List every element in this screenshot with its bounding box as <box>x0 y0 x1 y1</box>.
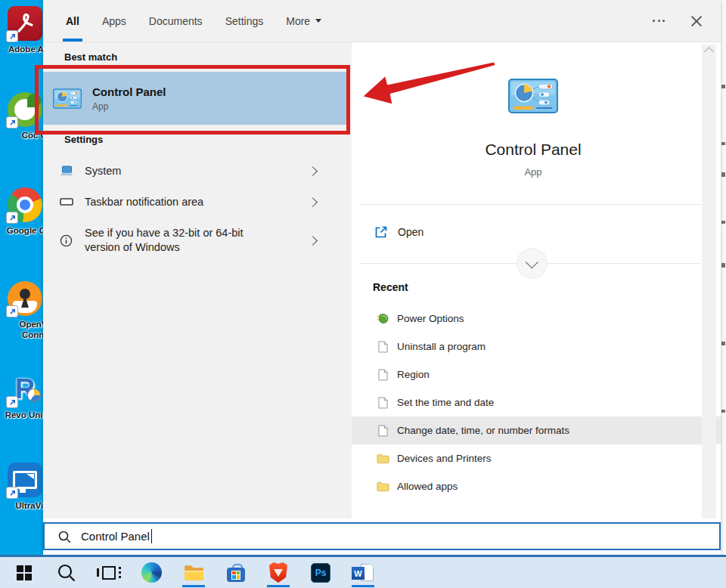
word-icon: W <box>352 562 374 583</box>
tab-more-label: More <box>286 15 310 27</box>
recent-item-label: Region <box>397 369 430 380</box>
open-label: Open <box>398 226 424 238</box>
text-cursor <box>151 529 153 543</box>
settings-result-label: See if you have a 32-bit or 64-bit versi… <box>85 226 280 255</box>
settings-result-label: System <box>85 164 121 178</box>
power-options-icon <box>376 312 389 326</box>
tab-apps[interactable]: Apps <box>101 0 128 42</box>
search-icon <box>57 530 71 543</box>
start-button[interactable] <box>3 557 45 588</box>
preview-title: Control Panel <box>352 141 715 159</box>
desktop-icon-label: UltraViewer <box>3 500 43 511</box>
chevron-right-icon <box>308 197 318 207</box>
taskbar-word-button[interactable]: W <box>342 557 384 588</box>
control-panel-icon-large <box>508 79 558 113</box>
scroll-up-icon[interactable] <box>704 47 714 57</box>
desktop-icon-label: Revo Uninstaller <box>3 410 43 420</box>
preview-panel: Control Panel App Open Recent <box>352 42 721 518</box>
chevron-right-icon <box>308 166 318 176</box>
settings-result-taskbar-notification-area[interactable]: Taskbar notification area <box>43 187 349 217</box>
shortcut-arrow-icon <box>6 396 18 408</box>
recent-item-label: Uninstall a program <box>397 341 486 352</box>
taskbar-search-button[interactable] <box>45 557 88 588</box>
desktop-icon-label: Adobe Acrobat <box>3 44 43 54</box>
scrollbar[interactable] <box>702 45 716 552</box>
taskbar-edge-button[interactable] <box>130 557 172 588</box>
desktop-right-edge <box>721 0 726 555</box>
search-icon <box>57 563 76 583</box>
recent-item-devices-and-printers[interactable]: Devices and Printers <box>352 444 721 472</box>
settings-result-label: Taskbar notification area <box>85 195 203 209</box>
page-icon <box>376 424 389 438</box>
recent-item-label: Devices and Printers <box>397 453 492 464</box>
page-icon <box>376 396 389 410</box>
open-action[interactable]: Open <box>352 215 701 249</box>
chevron-right-icon <box>308 236 318 246</box>
shortcut-arrow-icon <box>6 305 18 317</box>
page-icon <box>376 340 389 354</box>
recent-item-change-date-time-or-number-formats[interactable]: Change date, time, or number formats <box>352 416 721 444</box>
folder-icon <box>376 480 389 494</box>
tab-all[interactable]: All <box>64 0 81 42</box>
search-input[interactable]: Control Panel <box>43 522 721 550</box>
windows-logo-icon <box>16 565 33 581</box>
recent-item-power-options[interactable]: Power Options <box>352 305 721 333</box>
ellipsis-menu-icon[interactable] <box>653 20 665 22</box>
desktop-icon-openvpn-connect[interactable]: OpenVPN Connect <box>8 281 43 316</box>
search-tabbar: All Apps Documents Settings More <box>43 0 721 42</box>
desktop-icon-adobe-acrobat[interactable]: Adobe Acrobat <box>8 6 43 41</box>
settings-result-system[interactable]: System <box>43 156 349 186</box>
microsoft-store-icon <box>226 563 246 583</box>
desktop-icon-label: OpenVPN Connect <box>3 319 43 340</box>
taskbar: Ps W <box>0 555 726 588</box>
divider <box>359 204 701 205</box>
taskbar-store-button[interactable] <box>215 557 257 588</box>
photoshop-icon: Ps <box>311 563 330 583</box>
shortcut-arrow-icon <box>6 116 18 128</box>
shortcut-arrow-icon <box>6 212 18 224</box>
chevron-down-icon <box>525 255 538 268</box>
task-view-button[interactable] <box>88 557 130 588</box>
tab-settings[interactable]: Settings <box>224 0 265 42</box>
file-explorer-icon <box>184 564 204 581</box>
recent-item-label: Change date, time, or number formats <box>397 425 569 436</box>
edge-icon <box>141 562 162 583</box>
page-icon <box>376 368 389 382</box>
recent-heading: Recent <box>373 281 408 293</box>
recent-item-region[interactable]: Region <box>352 361 721 388</box>
close-icon[interactable] <box>690 15 703 27</box>
recent-list: Power Options Uninstall a program Region <box>352 305 721 500</box>
brave-icon <box>269 562 287 583</box>
desktop-icon-google-chrome[interactable]: Google Chrome <box>8 187 43 222</box>
taskbar-settings-icon <box>59 195 73 209</box>
recent-item-uninstall-a-program[interactable]: Uninstall a program <box>352 333 721 361</box>
taskbar-file-explorer-button[interactable] <box>172 557 215 588</box>
search-bar-area: Control Panel <box>43 518 721 555</box>
desktop-icon-ultraviewer[interactable]: UltraViewer <box>8 463 43 497</box>
system-icon <box>59 164 73 178</box>
search-query-text: Control Panel <box>81 530 150 543</box>
desktop-icon-label: Google Chrome <box>3 225 43 236</box>
recent-item-label: Set the time and date <box>397 397 494 408</box>
open-icon <box>374 225 388 239</box>
preview-subtitle: App <box>352 166 715 178</box>
recent-item-label: Power Options <box>397 313 464 324</box>
settings-heading: Settings <box>64 134 103 145</box>
folder-icon <box>376 452 389 466</box>
taskbar-brave-button[interactable] <box>257 557 299 588</box>
settings-result-32-or-64-bit[interactable]: See if you have a 32-bit or 64-bit versi… <box>43 218 349 263</box>
annotation-red-rectangle <box>35 65 350 135</box>
tab-documents[interactable]: Documents <box>147 0 204 42</box>
tab-more[interactable]: More <box>284 0 323 42</box>
task-view-icon <box>97 566 121 580</box>
screen: Adobe Acrobat Cốc Cốc Google Chrome Open… <box>0 0 726 588</box>
expand-button[interactable] <box>517 248 548 279</box>
taskbar-photoshop-button[interactable]: Ps <box>299 557 342 588</box>
shortcut-arrow-icon <box>6 30 18 42</box>
recent-item-set-the-time-and-date[interactable]: Set the time and date <box>352 388 721 416</box>
shortcut-arrow-icon <box>6 487 18 499</box>
recent-item-allowed-apps[interactable]: Allowed apps <box>352 472 721 500</box>
desktop-icon-revo-uninstaller[interactable]: R Revo Uninstaller <box>8 372 43 407</box>
best-match-heading: Best match <box>64 51 117 63</box>
info-icon <box>59 234 73 248</box>
